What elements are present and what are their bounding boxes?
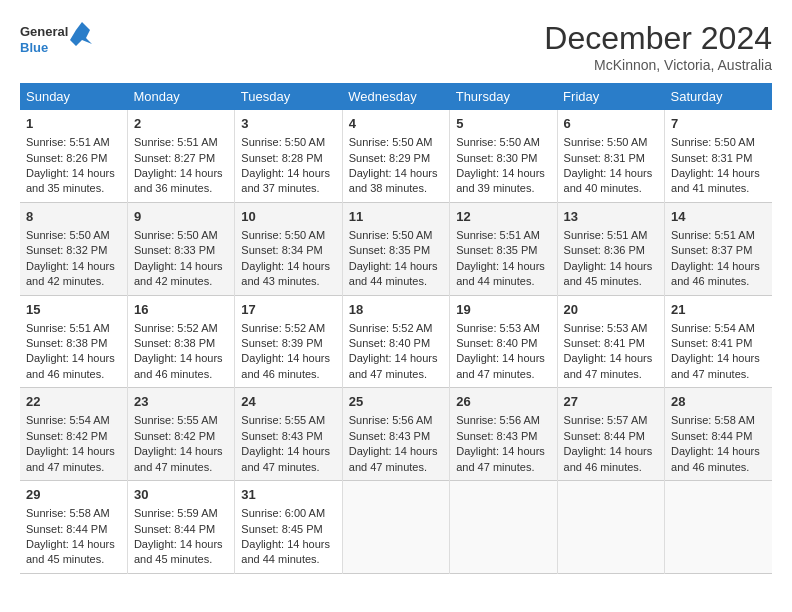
calendar-week: 29Sunrise: 5:58 AMSunset: 8:44 PMDayligh…: [20, 481, 772, 574]
sunset-text: Sunset: 8:40 PM: [456, 337, 537, 349]
calendar-cell: [342, 481, 449, 574]
sunrise-text: Sunrise: 5:50 AM: [134, 229, 218, 241]
day-number: 11: [349, 208, 443, 226]
sunset-text: Sunset: 8:35 PM: [456, 244, 537, 256]
page-header: General Blue December 2024 McKinnon, Vic…: [20, 20, 772, 73]
sunrise-text: Sunrise: 5:56 AM: [349, 414, 433, 426]
daylight-label: Daylight: 14 hours and 47 minutes.: [241, 445, 330, 472]
calendar-cell: 25Sunrise: 5:56 AMSunset: 8:43 PMDayligh…: [342, 388, 449, 481]
day-number: 30: [134, 486, 228, 504]
sunrise-text: Sunrise: 5:53 AM: [564, 322, 648, 334]
calendar-header: SundayMondayTuesdayWednesdayThursdayFrid…: [20, 83, 772, 110]
day-header: Wednesday: [342, 83, 449, 110]
calendar-week: 1Sunrise: 5:51 AMSunset: 8:26 PMDaylight…: [20, 110, 772, 202]
calendar-cell: [665, 481, 772, 574]
calendar-cell: 27Sunrise: 5:57 AMSunset: 8:44 PMDayligh…: [557, 388, 664, 481]
calendar-week: 22Sunrise: 5:54 AMSunset: 8:42 PMDayligh…: [20, 388, 772, 481]
daylight-label: Daylight: 14 hours and 41 minutes.: [671, 167, 760, 194]
sunrise-text: Sunrise: 5:50 AM: [241, 136, 325, 148]
sunset-text: Sunset: 8:42 PM: [134, 430, 215, 442]
calendar-cell: 24Sunrise: 5:55 AMSunset: 8:43 PMDayligh…: [235, 388, 342, 481]
day-number: 27: [564, 393, 658, 411]
daylight-label: Daylight: 14 hours and 44 minutes.: [349, 260, 438, 287]
calendar-cell: 14Sunrise: 5:51 AMSunset: 8:37 PMDayligh…: [665, 202, 772, 295]
day-number: 9: [134, 208, 228, 226]
header-row: SundayMondayTuesdayWednesdayThursdayFrid…: [20, 83, 772, 110]
sunset-text: Sunset: 8:39 PM: [241, 337, 322, 349]
sunset-text: Sunset: 8:37 PM: [671, 244, 752, 256]
day-number: 29: [26, 486, 121, 504]
day-number: 18: [349, 301, 443, 319]
day-number: 4: [349, 115, 443, 133]
sunset-text: Sunset: 8:38 PM: [26, 337, 107, 349]
location: McKinnon, Victoria, Australia: [544, 57, 772, 73]
calendar-cell: 18Sunrise: 5:52 AMSunset: 8:40 PMDayligh…: [342, 295, 449, 388]
daylight-label: Daylight: 14 hours and 40 minutes.: [564, 167, 653, 194]
logo-svg: General Blue: [20, 20, 100, 65]
calendar-cell: 12Sunrise: 5:51 AMSunset: 8:35 PMDayligh…: [450, 202, 557, 295]
daylight-label: Daylight: 14 hours and 37 minutes.: [241, 167, 330, 194]
sunset-text: Sunset: 8:41 PM: [564, 337, 645, 349]
sunrise-text: Sunrise: 5:51 AM: [456, 229, 540, 241]
day-number: 19: [456, 301, 550, 319]
day-header: Monday: [127, 83, 234, 110]
calendar-cell: 20Sunrise: 5:53 AMSunset: 8:41 PMDayligh…: [557, 295, 664, 388]
daylight-label: Daylight: 14 hours and 43 minutes.: [241, 260, 330, 287]
day-number: 20: [564, 301, 658, 319]
sunset-text: Sunset: 8:35 PM: [349, 244, 430, 256]
calendar-cell: 23Sunrise: 5:55 AMSunset: 8:42 PMDayligh…: [127, 388, 234, 481]
day-number: 22: [26, 393, 121, 411]
sunrise-text: Sunrise: 5:54 AM: [671, 322, 755, 334]
calendar-cell: 2Sunrise: 5:51 AMSunset: 8:27 PMDaylight…: [127, 110, 234, 202]
logo: General Blue: [20, 20, 100, 65]
sunset-text: Sunset: 8:43 PM: [241, 430, 322, 442]
sunrise-text: Sunrise: 5:51 AM: [564, 229, 648, 241]
sunset-text: Sunset: 8:32 PM: [26, 244, 107, 256]
day-number: 23: [134, 393, 228, 411]
calendar-cell: 28Sunrise: 5:58 AMSunset: 8:44 PMDayligh…: [665, 388, 772, 481]
sunset-text: Sunset: 8:30 PM: [456, 152, 537, 164]
day-number: 14: [671, 208, 766, 226]
sunrise-text: Sunrise: 5:55 AM: [134, 414, 218, 426]
sunset-text: Sunset: 8:27 PM: [134, 152, 215, 164]
sunrise-text: Sunrise: 5:50 AM: [349, 229, 433, 241]
day-number: 3: [241, 115, 335, 133]
calendar-cell: 21Sunrise: 5:54 AMSunset: 8:41 PMDayligh…: [665, 295, 772, 388]
daylight-label: Daylight: 14 hours and 46 minutes.: [134, 352, 223, 379]
daylight-label: Daylight: 14 hours and 38 minutes.: [349, 167, 438, 194]
day-number: 2: [134, 115, 228, 133]
daylight-label: Daylight: 14 hours and 46 minutes.: [26, 352, 115, 379]
sunset-text: Sunset: 8:43 PM: [456, 430, 537, 442]
svg-text:Blue: Blue: [20, 40, 48, 55]
daylight-label: Daylight: 14 hours and 47 minutes.: [349, 352, 438, 379]
calendar-cell: 5Sunrise: 5:50 AMSunset: 8:30 PMDaylight…: [450, 110, 557, 202]
sunrise-text: Sunrise: 5:50 AM: [671, 136, 755, 148]
day-number: 21: [671, 301, 766, 319]
calendar-cell: 7Sunrise: 5:50 AMSunset: 8:31 PMDaylight…: [665, 110, 772, 202]
sunrise-text: Sunrise: 5:54 AM: [26, 414, 110, 426]
sunset-text: Sunset: 8:42 PM: [26, 430, 107, 442]
calendar-cell: 11Sunrise: 5:50 AMSunset: 8:35 PMDayligh…: [342, 202, 449, 295]
sunset-text: Sunset: 8:44 PM: [671, 430, 752, 442]
calendar-cell: 26Sunrise: 5:56 AMSunset: 8:43 PMDayligh…: [450, 388, 557, 481]
day-number: 16: [134, 301, 228, 319]
sunrise-text: Sunrise: 6:00 AM: [241, 507, 325, 519]
daylight-label: Daylight: 14 hours and 46 minutes.: [241, 352, 330, 379]
calendar-cell: 13Sunrise: 5:51 AMSunset: 8:36 PMDayligh…: [557, 202, 664, 295]
sunrise-text: Sunrise: 5:59 AM: [134, 507, 218, 519]
calendar-cell: 6Sunrise: 5:50 AMSunset: 8:31 PMDaylight…: [557, 110, 664, 202]
sunset-text: Sunset: 8:44 PM: [134, 523, 215, 535]
day-header: Sunday: [20, 83, 127, 110]
daylight-label: Daylight: 14 hours and 46 minutes.: [564, 445, 653, 472]
day-number: 25: [349, 393, 443, 411]
daylight-label: Daylight: 14 hours and 47 minutes.: [456, 352, 545, 379]
day-number: 12: [456, 208, 550, 226]
daylight-label: Daylight: 14 hours and 42 minutes.: [134, 260, 223, 287]
day-number: 5: [456, 115, 550, 133]
sunrise-text: Sunrise: 5:50 AM: [349, 136, 433, 148]
sunset-text: Sunset: 8:33 PM: [134, 244, 215, 256]
daylight-label: Daylight: 14 hours and 44 minutes.: [241, 538, 330, 565]
daylight-label: Daylight: 14 hours and 47 minutes.: [26, 445, 115, 472]
day-number: 17: [241, 301, 335, 319]
calendar-cell: 29Sunrise: 5:58 AMSunset: 8:44 PMDayligh…: [20, 481, 127, 574]
